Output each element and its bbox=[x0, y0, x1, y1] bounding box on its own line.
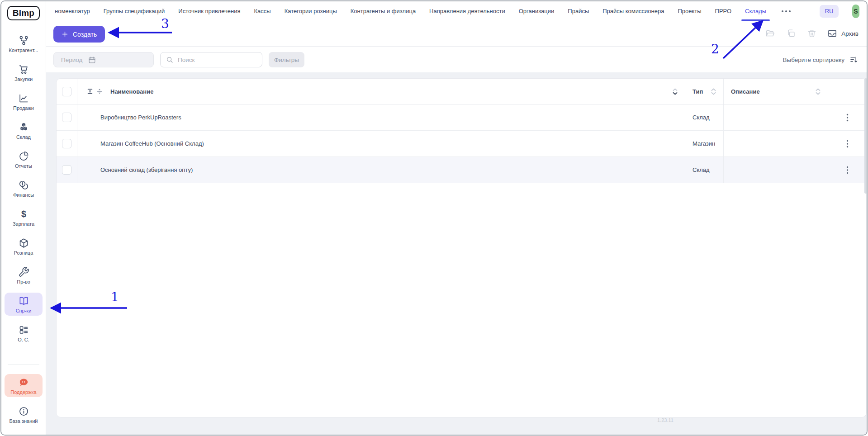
sidebar-item-label: Пр-во bbox=[17, 279, 30, 284]
cart-icon bbox=[18, 64, 29, 75]
row-name[interactable]: Магазин CoffeeHub (Основний Склад) bbox=[77, 131, 685, 156]
sort-select[interactable]: Выберите сортировку bbox=[783, 55, 859, 64]
row-menu-button[interactable] bbox=[841, 164, 854, 176]
table-row[interactable]: Магазин CoffeeHub (Основний Склад) Магаз… bbox=[57, 131, 866, 157]
archive-icon bbox=[827, 28, 837, 38]
kebab-icon bbox=[846, 166, 849, 174]
language-badge[interactable]: RU bbox=[820, 5, 839, 18]
nav-tab[interactable]: ПРРО bbox=[715, 1, 732, 21]
nav-tab[interactable]: Группы спецификаций bbox=[104, 1, 165, 21]
sidebar-item-purchases[interactable]: Закупки bbox=[5, 61, 43, 84]
dot bbox=[785, 10, 787, 12]
collapse-all-icon[interactable] bbox=[87, 88, 93, 95]
sidebar-item-warehouse[interactable]: Склад bbox=[5, 119, 43, 142]
row-checkbox[interactable] bbox=[62, 139, 71, 148]
cubes-icon bbox=[18, 122, 29, 133]
archive-button[interactable]: Архив bbox=[827, 28, 859, 38]
row-description bbox=[724, 131, 828, 156]
create-button[interactable]: Создать bbox=[53, 26, 105, 43]
sidebar-item-production[interactable]: Пр-во bbox=[5, 264, 43, 287]
sidebar-item-reports[interactable]: Отчеты bbox=[5, 148, 43, 171]
row-checkbox[interactable] bbox=[62, 165, 71, 175]
sidebar-item-label: Поддержка bbox=[10, 389, 36, 395]
table-row[interactable]: Виробництво PerkUpRoasters Склад bbox=[57, 104, 866, 131]
sidebar-item-fixed-assets[interactable]: О. С. bbox=[5, 322, 43, 345]
search-icon bbox=[166, 56, 174, 64]
copy-button[interactable] bbox=[786, 28, 797, 39]
sidebar-item-label: Склад bbox=[16, 134, 31, 140]
nav-tab[interactable]: Источник привлечения bbox=[178, 1, 240, 21]
row-description bbox=[724, 157, 828, 183]
nav-tab[interactable]: Кассы bbox=[254, 1, 270, 21]
row-name[interactable]: Виробництво PerkUpRoasters bbox=[77, 104, 685, 130]
sidebar-bottom: Поддержка База знаний bbox=[5, 358, 43, 435]
row-menu-button[interactable] bbox=[841, 137, 854, 150]
dot bbox=[789, 10, 791, 12]
nav-tab[interactable]: Категории розницы bbox=[285, 1, 337, 21]
create-button-label: Создать bbox=[73, 31, 97, 38]
sidebar-item-finance[interactable]: Финансы bbox=[5, 177, 43, 200]
sidebar-item-label: Контрагент... bbox=[9, 47, 38, 53]
app-screen: Bimp Контрагент... Закупки Пр bbox=[0, 0, 868, 436]
sidebar-item-directories[interactable]: Спр-ки bbox=[5, 293, 43, 316]
delete-button[interactable] bbox=[806, 28, 817, 39]
sidebar-item-label: Финансы bbox=[13, 192, 34, 198]
filters-button[interactable]: Фильтры bbox=[269, 52, 304, 67]
sidebar-item-label: Закупки bbox=[14, 76, 33, 82]
table-card: Наименование Тип bbox=[56, 78, 867, 417]
period-filter[interactable]: Период bbox=[53, 52, 154, 67]
sort-chevrons-type-icon[interactable] bbox=[711, 88, 716, 95]
box-icon bbox=[18, 237, 29, 249]
nav-tab[interactable]: Направления деятельности bbox=[429, 1, 505, 21]
header-checkbox-cell bbox=[57, 79, 77, 104]
header-type-cell[interactable]: Тип bbox=[685, 79, 724, 104]
folder-open-icon bbox=[765, 28, 775, 38]
row-checkbox[interactable] bbox=[62, 113, 71, 122]
brand-logo: Bimp bbox=[7, 6, 40, 20]
expand-all-icon[interactable] bbox=[96, 88, 103, 95]
nav-tab[interactable]: Склады bbox=[745, 1, 766, 21]
nav-tab[interactable]: Контрагенты и физлица bbox=[351, 1, 416, 21]
archive-label: Архив bbox=[841, 30, 859, 37]
sidebar-divider bbox=[8, 365, 39, 365]
sidebar-item-support[interactable]: Поддержка bbox=[5, 374, 43, 397]
sidebar-item-knowledge-base[interactable]: База знаний bbox=[5, 403, 43, 426]
sidebar-item-sales[interactable]: Продажи bbox=[5, 90, 43, 113]
open-folder-button[interactable] bbox=[765, 28, 776, 39]
sidebar-item-label: Зарплата bbox=[13, 221, 34, 227]
calendar-icon bbox=[88, 56, 96, 64]
period-placeholder: Период bbox=[61, 57, 82, 63]
version-label: 1.23.11 bbox=[657, 417, 674, 423]
header-description-cell[interactable]: Описание bbox=[724, 79, 828, 104]
nav-tab[interactable]: номенклатур bbox=[55, 1, 90, 21]
sort-select-label: Выберите сортировку bbox=[783, 57, 844, 63]
row-name[interactable]: Основний склад (зберігання опту) bbox=[77, 157, 685, 183]
sidebar-item-label: База знаний bbox=[9, 418, 38, 424]
row-menu-button[interactable] bbox=[841, 111, 854, 124]
svg-text:$: $ bbox=[21, 209, 26, 219]
sidebar-item-label: Розница bbox=[14, 250, 33, 256]
copy-icon bbox=[786, 28, 796, 38]
dollar-icon: $ bbox=[18, 209, 29, 220]
more-tabs-button[interactable] bbox=[780, 9, 792, 14]
sort-chevrons-name-icon[interactable] bbox=[672, 88, 678, 95]
table-row[interactable]: Основний склад (зберігання опту) Склад bbox=[57, 157, 866, 183]
dot bbox=[782, 10, 783, 12]
nav-tab[interactable]: Прайсы комиссионера bbox=[602, 1, 664, 21]
sidebar-item-retail[interactable]: Розница bbox=[5, 235, 43, 258]
search-input[interactable] bbox=[160, 52, 262, 67]
nav-tab[interactable]: Организации bbox=[519, 1, 555, 21]
row-type: Склад bbox=[685, 104, 724, 130]
sort-chevrons-description-icon[interactable] bbox=[815, 88, 821, 95]
kebab-icon bbox=[846, 114, 849, 122]
header-name-cell[interactable]: Наименование bbox=[77, 79, 685, 104]
sidebar-item-salary[interactable]: $ Зарплата bbox=[5, 206, 43, 229]
row-actions bbox=[828, 157, 866, 183]
avatar[interactable]: S bbox=[852, 5, 859, 18]
sidebar: Bimp Контрагент... Закупки Пр bbox=[1, 1, 46, 435]
nav-tab[interactable]: Прайсы bbox=[568, 1, 589, 21]
scrollbar-thumb[interactable] bbox=[864, 78, 867, 194]
select-all-checkbox[interactable] bbox=[62, 87, 71, 96]
sidebar-item-contractors[interactable]: Контрагент... bbox=[5, 32, 43, 55]
nav-tab[interactable]: Проекты bbox=[678, 1, 701, 21]
